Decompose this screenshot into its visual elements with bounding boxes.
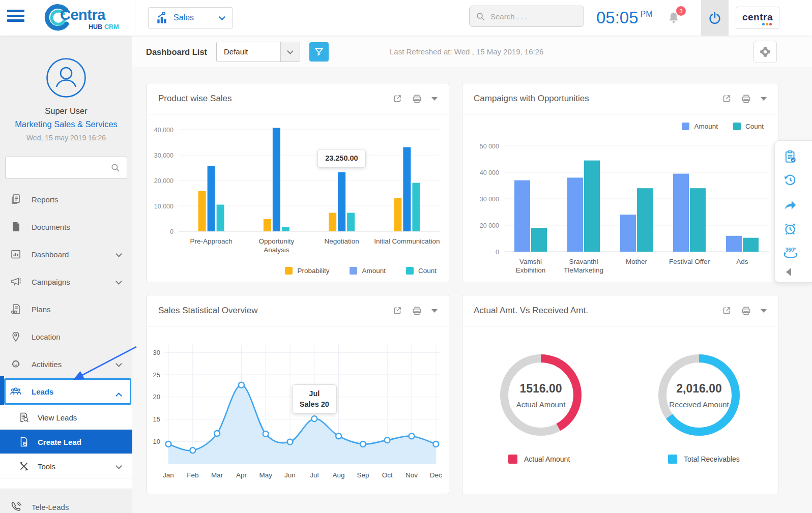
card-sales-statistical-overview: Sales Statistical Overview 1015202530Jan… <box>147 295 449 494</box>
svg-text:Sep: Sep <box>357 471 369 479</box>
chevron-down-icon <box>287 48 294 54</box>
print-icon[interactable] <box>741 306 751 316</box>
svg-text:Pre-Approach: Pre-Approach <box>190 237 232 245</box>
svg-text:Nov: Nov <box>405 471 418 479</box>
open-in-new-icon[interactable] <box>392 94 402 104</box>
svg-text:Jul: Jul <box>310 471 318 479</box>
leads-active-accent <box>0 376 4 407</box>
card-actual-vs-received: Actual Amt. Vs Received Amt. 1516.00 Act… <box>462 295 778 494</box>
sidebar-item-documents[interactable]: Documents <box>0 213 132 240</box>
sidebar-item-campaigns[interactable]: Campaigns <box>0 268 132 295</box>
open-in-new-icon[interactable] <box>721 306 732 316</box>
sidebar-item-tele-leads[interactable]: Tele-Leads <box>0 493 132 513</box>
logout-button[interactable] <box>701 0 729 36</box>
open-in-new-icon[interactable] <box>721 94 732 104</box>
power-icon <box>708 11 722 25</box>
gear-icon <box>759 45 772 58</box>
tasks-icon[interactable] <box>782 149 798 166</box>
svg-text:Oct: Oct <box>382 471 393 479</box>
reports-icon <box>9 193 22 206</box>
last-refreshed-text: Last Refreshed at: Wed , 15 May 2019, 16… <box>390 36 543 68</box>
notifications-button[interactable]: 3 <box>666 10 687 28</box>
donut-actual-amount[interactable]: 1516.00 Actual Amount <box>496 350 586 440</box>
sidebar-item-leads[interactable]: Leads <box>0 378 132 405</box>
legend-label: Probability <box>297 267 329 275</box>
filter-button[interactable] <box>309 42 329 62</box>
dashboard-select[interactable]: Default <box>216 42 300 62</box>
dashboard-select-value: Default <box>224 42 248 62</box>
collapse-caret-icon[interactable] <box>431 97 438 101</box>
print-icon[interactable] <box>412 306 422 316</box>
product-wise-sales-chart[interactable]: 010.00020,00030,00040,000Pre-ApproachOpp… <box>147 114 449 267</box>
collapse-caret-icon[interactable] <box>761 309 767 313</box>
rotate-360-icon[interactable]: 360° <box>782 245 799 263</box>
card-header: Actual Amt. Vs Received Amt. <box>462 295 778 326</box>
svg-text:30,000: 30,000 <box>154 152 173 159</box>
svg-text:Opportunity: Opportunity <box>258 237 294 245</box>
plans-icon <box>9 303 22 316</box>
collapse-icon[interactable] <box>786 268 791 276</box>
module-selector[interactable]: Sales <box>148 7 233 28</box>
donut-value: 2,016.00 <box>676 382 722 396</box>
donut-label: Received Amount <box>669 400 729 409</box>
legend-item[interactable]: Probability <box>285 267 329 275</box>
sidebar-item-location[interactable]: Location <box>0 323 132 350</box>
print-icon[interactable] <box>741 94 751 104</box>
brand-sub-hub: HUB <box>89 23 102 31</box>
dashboard-select-dropdown[interactable] <box>280 42 300 62</box>
main-content: Dashboard List Default Last Refreshed at… <box>132 36 812 513</box>
svg-text:Ads: Ads <box>736 258 748 265</box>
svg-text:Analysis: Analysis <box>264 246 289 254</box>
sidebar-item-tools[interactable]: Tools <box>0 454 132 478</box>
reminder-icon[interactable] <box>782 221 798 238</box>
svg-text:360°: 360° <box>786 247 796 253</box>
quick-tools-panel: 360° <box>774 140 812 283</box>
legend-item[interactable]: Amount <box>682 123 718 130</box>
account-logo-button[interactable]: centra <box>736 7 779 29</box>
hamburger-menu-icon[interactable] <box>7 10 24 24</box>
sidebar-item-activities[interactable]: Activities <box>0 350 132 378</box>
svg-text:Mar: Mar <box>211 471 223 479</box>
open-in-new-icon[interactable] <box>392 306 402 316</box>
clock-meridiem: PM <box>641 10 653 18</box>
notification-badge: 3 <box>676 6 686 16</box>
sidebar-item-create-lead[interactable]: Create Lead <box>0 430 132 454</box>
settings-button[interactable] <box>753 41 777 63</box>
svg-text:Feb: Feb <box>187 471 198 479</box>
svg-text:30 000: 30 000 <box>480 196 499 203</box>
sidebar-item-plans[interactable]: Plans <box>0 295 132 323</box>
sidebar-item-dashboard[interactable]: Dashboard <box>0 240 132 268</box>
donut-received-amount[interactable]: 2,016.00 Received Amount <box>654 350 744 440</box>
svg-text:25: 25 <box>153 371 160 379</box>
card-header: Campaigns with Opportunities <box>462 83 778 114</box>
campaigns-opportunities-chart[interactable]: 020 00030 00040 00050 000VamshiExbihitio… <box>462 114 778 282</box>
card-campaigns-with-opportunities: Campaigns with Opportunities AmountCount… <box>462 83 778 282</box>
leads-icon <box>9 385 22 398</box>
legend-item[interactable]: Count <box>733 123 764 130</box>
sidebar-item-view-leads[interactable]: View Leads <box>0 405 132 430</box>
sidebar-search-input[interactable] <box>12 164 110 172</box>
location-pin-icon <box>9 330 22 343</box>
print-icon[interactable] <box>412 94 422 104</box>
avatar[interactable] <box>46 57 86 100</box>
account-logo-dots <box>762 23 772 25</box>
legend-item[interactable]: Amount <box>350 267 386 275</box>
legend-swatch <box>350 267 357 275</box>
search-input[interactable] <box>490 12 572 21</box>
sales-chart-icon <box>155 11 168 24</box>
share-icon[interactable] <box>782 197 798 214</box>
donut-legend: Total Receivables <box>668 455 740 464</box>
campaigns-icon <box>9 275 22 288</box>
legend-item[interactable]: Count <box>406 267 437 275</box>
svg-text:Jan: Jan <box>163 471 174 479</box>
chart-tooltip-0: 23.250.00 <box>317 149 366 168</box>
collapse-caret-icon[interactable] <box>761 97 767 101</box>
user-organization[interactable]: Marketing Sales & Services <box>0 119 132 129</box>
history-icon[interactable] <box>782 172 798 190</box>
card-product-wise-sales: Product wise Sales 010.00020,00030,00040… <box>147 83 449 282</box>
collapse-caret-icon[interactable] <box>431 309 438 313</box>
dashboard-header: Dashboard List Default Last Refreshed at… <box>132 36 812 68</box>
sidebar-item-reports[interactable]: Reports <box>0 186 132 213</box>
activities-icon <box>9 357 22 371</box>
brand-name: Centra <box>60 7 105 23</box>
